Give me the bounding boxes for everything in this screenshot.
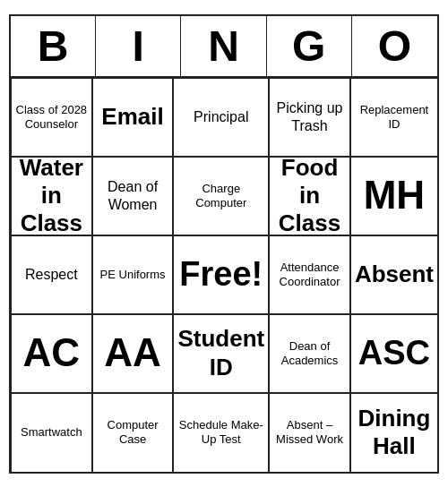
cell-text: Principal bbox=[194, 108, 248, 125]
cell-text: ASC bbox=[358, 333, 430, 374]
bingo-cell: Dining Hall bbox=[350, 393, 437, 472]
cell-text: Food in Class bbox=[273, 154, 346, 238]
cell-text: Respect bbox=[25, 266, 78, 283]
cell-text: Class of 2028 Counselor bbox=[15, 103, 88, 131]
cell-text: MH bbox=[364, 172, 425, 219]
bingo-cell: Food in Class bbox=[269, 157, 350, 235]
cell-text: Replacement ID bbox=[355, 103, 434, 131]
header-letter: O bbox=[352, 16, 437, 76]
bingo-cell: PE Uniforms bbox=[92, 235, 174, 314]
cell-text: PE Uniforms bbox=[100, 268, 166, 282]
cell-text: AA bbox=[104, 329, 161, 377]
bingo-cell: Computer Case bbox=[92, 393, 174, 472]
bingo-cell: Charge Computer bbox=[173, 157, 269, 235]
bingo-cell: Absent bbox=[350, 235, 437, 314]
bingo-cell: Class of 2028 Counselor bbox=[11, 78, 92, 157]
cell-text: Schedule Make-Up Test bbox=[177, 418, 264, 446]
header-letter: B bbox=[11, 16, 96, 76]
cell-text: Picking up Trash bbox=[273, 99, 346, 133]
cell-text: Dean of Women bbox=[97, 178, 169, 212]
bingo-cell: Water in Class bbox=[11, 157, 92, 235]
bingo-cell: Smartwatch bbox=[11, 393, 92, 472]
cell-text: Smartwatch bbox=[21, 425, 82, 440]
bingo-cell: Absent – Missed Work bbox=[269, 393, 350, 472]
cell-text: Student ID bbox=[177, 325, 264, 380]
bingo-cell: AA bbox=[92, 314, 174, 393]
bingo-cell: Dean of Women bbox=[92, 157, 174, 235]
cell-text: Free! bbox=[179, 254, 263, 295]
bingo-cell: Respect bbox=[11, 235, 92, 314]
bingo-cell: Picking up Trash bbox=[269, 78, 350, 157]
bingo-grid: Class of 2028 CounselorEmailPrincipalPic… bbox=[11, 78, 437, 472]
bingo-header: BINGO bbox=[11, 16, 437, 78]
cell-text: Absent bbox=[355, 261, 434, 288]
cell-text: Computer Case bbox=[97, 418, 169, 446]
cell-text: Dean of Academics bbox=[273, 339, 346, 367]
cell-text: Absent – Missed Work bbox=[273, 418, 346, 446]
header-letter: I bbox=[96, 16, 181, 76]
bingo-cell: Attendance Coordinator bbox=[269, 235, 350, 314]
header-letter: N bbox=[181, 16, 266, 76]
bingo-cell: MH bbox=[350, 157, 437, 235]
bingo-cell: AC bbox=[11, 314, 92, 393]
bingo-cell: Replacement ID bbox=[350, 78, 437, 157]
cell-text: Water in Class bbox=[15, 154, 88, 238]
cell-text: Attendance Coordinator bbox=[273, 261, 346, 288]
bingo-cell: ASC bbox=[350, 314, 437, 393]
bingo-cell: Student ID bbox=[173, 314, 269, 393]
cell-text: AC bbox=[23, 329, 81, 377]
bingo-cell: Dean of Academics bbox=[269, 314, 350, 393]
cell-text: Dining Hall bbox=[355, 405, 434, 460]
bingo-card: BINGO Class of 2028 CounselorEmailPrinci… bbox=[9, 14, 439, 474]
bingo-cell: Schedule Make-Up Test bbox=[173, 393, 269, 472]
cell-text: Email bbox=[101, 103, 163, 131]
header-letter: G bbox=[267, 16, 352, 76]
bingo-cell: Free! bbox=[173, 235, 269, 314]
cell-text: Charge Computer bbox=[177, 182, 264, 209]
bingo-cell: Principal bbox=[173, 78, 269, 157]
bingo-cell: Email bbox=[92, 78, 174, 157]
